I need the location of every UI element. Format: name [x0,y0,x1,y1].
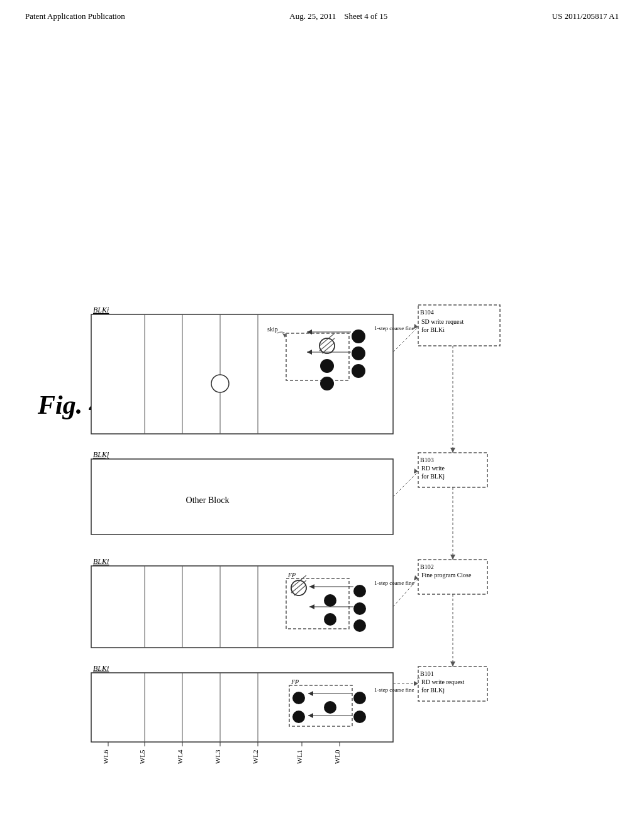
b103-desc-1: RD write [421,465,445,472]
other-block-text: Other Block [186,495,230,505]
block-b103 [91,459,393,534]
b104-desc-2: for BLKi [421,326,445,333]
arrowhead-conn-b104 [414,324,418,329]
circle-b104-wl0-r1 [352,329,365,343]
b101-label: B101 [420,670,434,677]
circle-b104-wl0-r3 [352,364,365,378]
blki-label-b101: BLKi [93,664,109,673]
blki-label-b102: BLKi [93,557,109,566]
b102-desc-1: Fine program Close [421,572,472,578]
skip-label-b104: skip [267,326,278,333]
connector-b103 [393,472,418,497]
circle-b101-wl2-r2 [292,711,305,723]
header-center: Aug. 25, 2011 Sheet 4 of 15 [289,11,387,21]
circle-b104-wl1-r2 [320,377,334,390]
v-arrowhead-3 [450,661,455,667]
wl5-label: WL5 [138,750,146,764]
b101-desc-1: RD write request [421,678,465,685]
blkj-label-b103: BLKj [93,450,109,459]
circle-b101-wl2-r1 [292,692,305,704]
b104-desc-1: SD write request [421,318,464,325]
block-b101 [91,673,393,742]
b102-label: B102 [420,563,434,570]
blki-label-b104: BLKi [93,306,109,314]
circle-b102-wl0-r3 [353,619,366,632]
b103-label: B103 [420,456,434,463]
v-arrowhead-2 [450,555,455,560]
wl2-label: WL2 [252,750,259,764]
wl6-label: WL6 [102,750,109,764]
circle-b102-wl0-r2 [353,602,366,615]
step-label-b101-fine: 1-step coarse fine [374,687,414,693]
wl0-label: WL0 [333,750,341,764]
circle-b101-wl1-r1 [324,701,336,714]
page-header: Patent Application Publication Aug. 25, … [0,0,644,21]
wl4-label: WL4 [176,750,184,764]
wl3-label: WL3 [214,750,221,764]
main-diagram: BLKi 1-step coarse fine FP B101 RD write… [0,63,644,817]
b103-desc-2: for BLKj [421,473,445,480]
circle-b101-wl0-r2 [353,711,366,723]
step-label-b102-fine: 1-step coarse fine [374,580,414,586]
header-right: US 2011/205817 A1 [552,11,619,21]
circle-b104-wl3-empty [211,375,229,392]
circle-b104-wl0-r2 [352,346,365,360]
circle-b102-wl0-r1 [353,585,366,597]
circle-b102-wl1-r1 [324,594,336,607]
fp-label-b102: FP [287,572,296,578]
v-arrowhead-1 [450,448,455,453]
step-label-b104-fine: 1-step coarse fine [374,325,414,331]
b104-label: B104 [420,309,434,316]
circle-b104-wl1-r1 [320,359,334,373]
arrowhead-conn-b103 [414,468,418,473]
circle-b102-wl1-r2 [324,613,336,626]
header-left: Patent Application Publication [25,11,125,21]
circle-b101-wl0-r1 [353,692,366,704]
wl1-label: WL1 [296,750,303,764]
arrowhead-conn-b101 [414,681,418,686]
b101-desc-2: for BLKj [421,687,445,694]
fp-label-b101: FP [291,678,299,685]
